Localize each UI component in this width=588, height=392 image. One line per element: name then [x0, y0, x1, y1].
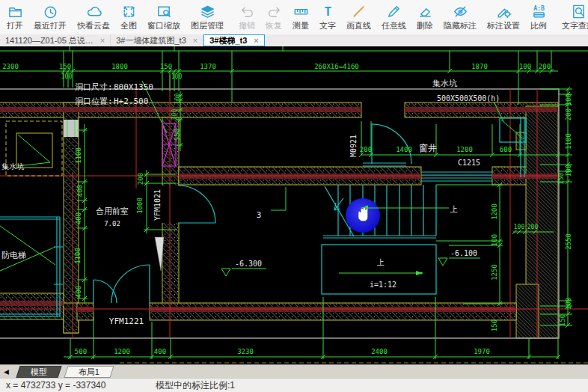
- measure-icon: [293, 4, 309, 19]
- app-window: 打开最近打开快看云盘全图窗口缩放图层管理撤销恢复测量T文字画直线任意线删除隐藏标…: [0, 0, 588, 392]
- drawing-label: 200: [527, 224, 539, 230]
- toolbar-button-recent[interactable]: 最近打开: [28, 0, 72, 34]
- open-icon: [7, 4, 23, 19]
- toolbar-button-hide[interactable]: 隐藏标注: [438, 0, 482, 34]
- toolbar-button-label: 全图: [120, 20, 137, 31]
- drawing-label: 150: [59, 63, 71, 70]
- drawing-label: 200: [171, 109, 178, 120]
- drawing-label: 100: [565, 94, 572, 105]
- tab-close-icon[interactable]: ×: [193, 37, 197, 45]
- drawing-label: 200: [565, 108, 572, 120]
- svg-text:A:B: A:B: [533, 4, 545, 12]
- toolbar-button-label: 最近打开: [34, 20, 67, 31]
- toolbar-button-cloud[interactable]: 快看云盘: [72, 0, 115, 34]
- toolbar-button-undo[interactable]: 撤销: [233, 0, 260, 34]
- toolbar-button-line[interactable]: 画直线: [341, 0, 376, 34]
- tab-close-icon[interactable]: ×: [100, 37, 105, 45]
- toolbar-button-annoset[interactable]: 标注设置: [482, 0, 525, 34]
- drawing-label: 1370: [200, 63, 216, 70]
- toolbar-button-layers[interactable]: 图层管理: [186, 0, 229, 34]
- toolbar-button-measure[interactable]: 测量: [287, 0, 314, 34]
- drawing-label: 7.02: [104, 220, 120, 227]
- recent-icon: [43, 4, 58, 19]
- toolbar-button-ratio[interactable]: A:B比例: [525, 0, 552, 34]
- drawing-label: 上: [376, 258, 385, 266]
- doc-tab-label: 141120—Z01-05 总说…: [5, 35, 94, 46]
- drawing-label: 1970: [474, 348, 490, 355]
- drawing-label: 100: [174, 94, 181, 105]
- doc-tab-label: 3#一墙体建筑图_t3: [116, 35, 186, 46]
- redo-icon: [266, 4, 282, 19]
- toolbar-button-text[interactable]: T文字: [314, 0, 341, 34]
- drawing-label: 150: [559, 314, 566, 326]
- drawing-label: 1400: [396, 146, 412, 153]
- annoset-icon: [496, 4, 512, 19]
- toolbar-button-full[interactable]: 全图: [115, 0, 142, 34]
- drawing-label: 150: [491, 319, 498, 331]
- drawing-label: 1800: [111, 63, 128, 70]
- full-icon: [121, 4, 137, 19]
- toolbar-button-open[interactable]: 打开: [1, 0, 28, 34]
- drawing-label: 100: [519, 63, 531, 70]
- drawing-label: 集水坑: [1, 162, 24, 171]
- drawing-label: 260X16=4160: [314, 63, 359, 70]
- toolbar-button-find[interactable]: 文字查找: [557, 0, 588, 34]
- drawing-label: 1100: [74, 248, 82, 264]
- drawing-label: 集水坑: [432, 79, 457, 88]
- doc-tab[interactable]: 3#一墙体建筑图_t3×: [111, 34, 203, 46]
- sheet-tab-layout[interactable]: 布局1: [64, 366, 114, 378]
- toolbar-button-label: 打开: [7, 20, 23, 31]
- drawing-label: 1200: [491, 203, 498, 220]
- toolbar-button-erase[interactable]: 删除: [411, 0, 438, 34]
- drawing-label: 1200: [114, 348, 130, 355]
- drawing-label: 100: [171, 73, 183, 80]
- cursor-coordinates: x = 4732733 y = -337340: [6, 380, 148, 391]
- toolbar-button-label: 删除: [417, 20, 433, 31]
- pen-icon: [386, 4, 402, 19]
- drawing-label: 150: [160, 63, 172, 70]
- toolbar-button-pen[interactable]: 任意线: [376, 0, 411, 34]
- find-icon: [571, 4, 587, 19]
- drawing-label: 上: [450, 205, 458, 213]
- drawing-label: 400: [75, 212, 82, 224]
- toolbar-button-label: 图层管理: [191, 20, 224, 31]
- toolbar-button-label: 撤销: [239, 20, 255, 31]
- toolbar-button-label: 标注设置: [487, 20, 520, 31]
- status-bar: x = 4732733 y = -337340 模型中的标注比例:1: [0, 378, 588, 392]
- doc-tab[interactable]: 141120—Z01-05 总说…×: [0, 34, 111, 46]
- drawing-label: 2400: [371, 348, 388, 355]
- drawing-label: -6.100: [450, 249, 477, 257]
- drawing-label: 1000: [136, 197, 144, 214]
- drawing-label: 2550: [565, 233, 572, 250]
- drawing-label: 200: [137, 173, 144, 185]
- drawing-label: 合用前室: [96, 206, 129, 216]
- drawing-label: 100: [565, 298, 572, 310]
- toolbar-button-redo[interactable]: 恢复: [260, 0, 287, 34]
- drawing-label: 600: [500, 146, 512, 153]
- drawing-label: 200: [539, 63, 551, 70]
- sheet-bar: ◀ 模型 布局1: [0, 364, 588, 378]
- drawing-label: 3: [257, 210, 262, 220]
- annotation-scale: 模型中的标注比例:1: [156, 379, 235, 392]
- drawing-area: 230015018001501370260X16=416018701002001…: [0, 46, 588, 364]
- drawing-label: 1250: [491, 264, 498, 281]
- toolbar-button-label: 画直线: [346, 20, 371, 31]
- drawing-label: 100: [61, 73, 73, 80]
- drawing-label: 3230: [237, 348, 254, 355]
- toolbar-button-label: 窗口缩放: [147, 20, 180, 31]
- sheet-tab-model[interactable]: 模型: [16, 366, 61, 378]
- drawing-canvas[interactable]: 230015018001501370260X16=416018701002001…: [0, 46, 588, 364]
- drawing-label: C1215: [458, 159, 480, 167]
- erase-icon: [417, 4, 433, 19]
- drawing-label: 100: [565, 165, 572, 177]
- sheet-scroll-left-icon[interactable]: ◀: [0, 368, 12, 376]
- drawing-label: 550: [174, 129, 181, 141]
- winzoom-icon: [156, 4, 172, 19]
- toolbar-button-winzoom[interactable]: 窗口缩放: [142, 0, 186, 34]
- doc-tab[interactable]: 3#楼梯_t3×: [203, 34, 265, 46]
- tab-close-icon[interactable]: ×: [254, 37, 258, 45]
- drawing-label: 100: [491, 234, 498, 246]
- drawing-label: 200: [360, 146, 372, 153]
- drawing-label: YFM1221: [109, 316, 144, 326]
- drawing-label: i=1:12: [370, 281, 396, 289]
